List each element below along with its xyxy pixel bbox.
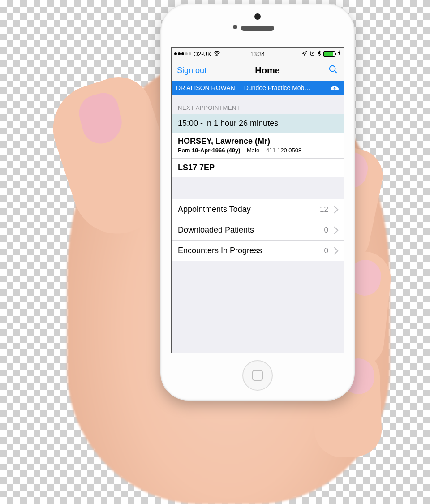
row-label: Encounters In Progress: [178, 246, 324, 255]
search-button[interactable]: [328, 65, 338, 76]
alarm-icon: [310, 51, 315, 57]
wifi-icon: [214, 51, 220, 57]
row-label: Downloaded Patients: [178, 225, 324, 235]
location-icon: [302, 51, 307, 57]
sign-out-button[interactable]: Sign out: [177, 66, 206, 75]
content-area: NEXT APPOINTMENT 15:00 - in 1 hour 26 mi…: [172, 95, 344, 353]
row-downloaded-patients[interactable]: Downloaded Patients 0: [172, 220, 344, 240]
svg-line-7: [335, 71, 337, 73]
chevron-right-icon: [331, 247, 339, 254]
patient-phone: 411 120 0508: [266, 147, 302, 154]
svg-point-0: [216, 55, 217, 56]
status-time: 13:34: [250, 51, 265, 57]
row-count: 12: [320, 205, 328, 214]
row-count: 0: [324, 226, 328, 235]
section-gap: [172, 177, 344, 199]
appointment-time-row: 15:00 - in 1 hour 26 minutes: [172, 114, 344, 133]
phone-screen: O2-UK 13:34: [171, 47, 344, 353]
patient-meta-row: Born 19-Apr-1966 (49y) Male 411 120 0508: [172, 147, 344, 159]
svg-line-4: [310, 52, 311, 52]
front-camera: [254, 13, 261, 20]
identity-bar: DR ALISON ROWAN Dundee Practice Mob…: [172, 81, 344, 95]
row-label: Appointments Today: [178, 205, 320, 214]
carrier-label: O2-UK: [194, 51, 211, 57]
charging-icon: [337, 50, 341, 57]
row-encounters-in-progress[interactable]: Encounters In Progress 0: [172, 240, 344, 261]
summary-list: Appointments Today 12 Downloaded Patient…: [172, 199, 344, 261]
status-right: [265, 50, 341, 57]
navigation-bar: Sign out Home: [172, 60, 344, 81]
next-appointment-header: NEXT APPOINTMENT: [172, 95, 344, 114]
doctor-name: DR ALISON ROWAN: [176, 84, 235, 91]
status-left: O2-UK: [174, 51, 250, 57]
row-appointments-today[interactable]: Appointments Today 12: [172, 199, 344, 220]
patient-name: HORSEY, Lawrence (Mr): [172, 133, 344, 147]
ios-status-bar: O2-UK 13:34: [172, 48, 344, 60]
page-title: Home: [255, 65, 280, 76]
phone-body: O2-UK 13:34: [160, 4, 355, 401]
cloud-sync-icon[interactable]: [330, 85, 339, 91]
earpiece-speaker: [241, 26, 274, 31]
signal-dots-icon: [174, 52, 191, 55]
born-label: Born: [178, 147, 190, 154]
chevron-right-icon: [331, 226, 339, 234]
bluetooth-icon: [317, 50, 321, 57]
home-button[interactable]: [242, 360, 273, 391]
practice-name: Dundee Practice Mob…: [244, 84, 327, 91]
row-count: 0: [324, 246, 328, 255]
search-icon: [328, 65, 338, 74]
next-appointment-card[interactable]: 15:00 - in 1 hour 26 minutes HORSEY, Law…: [172, 114, 344, 177]
chevron-right-icon: [331, 206, 339, 213]
svg-line-5: [313, 52, 314, 52]
proximity-sensor: [233, 25, 237, 29]
battery-icon: [323, 51, 335, 57]
patient-sex: Male: [247, 147, 259, 154]
patient-postcode: LS17 7EP: [172, 159, 344, 177]
born-value: 19-Apr-1966 (49y): [192, 147, 240, 154]
